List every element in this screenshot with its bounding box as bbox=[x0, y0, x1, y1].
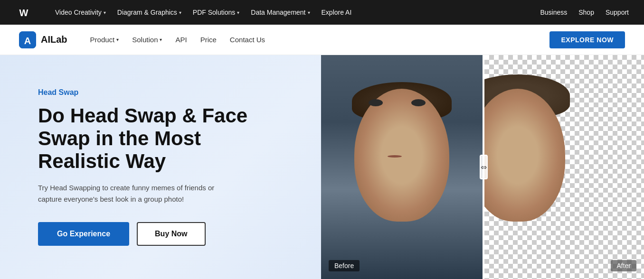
nav-data-management[interactable]: Data Management ▾ bbox=[251, 9, 310, 16]
before-image: Before bbox=[321, 55, 483, 279]
chevron-down-icon: ▾ bbox=[116, 37, 119, 42]
hero-buttons: Go Experience Buy Now bbox=[38, 222, 285, 246]
subnav-api[interactable]: API bbox=[175, 36, 187, 44]
face-right-inner bbox=[484, 89, 632, 255]
top-nav-right: Business Shop Support bbox=[540, 9, 629, 16]
after-image: After bbox=[484, 55, 644, 279]
face-right-overlay bbox=[484, 55, 644, 279]
comparison-divider[interactable]: ⇔ bbox=[483, 55, 484, 279]
hero-description: Try Head Swapping to create funny memes … bbox=[38, 182, 237, 205]
hero-section: Head Swap Do Head Swap & Face Swap in th… bbox=[0, 55, 644, 279]
chevron-down-icon: ▾ bbox=[237, 10, 239, 15]
chevron-down-icon: ▾ bbox=[308, 10, 310, 15]
subnav-product[interactable]: Product ▾ bbox=[90, 36, 119, 44]
nav-pdf-solutions[interactable]: PDF Solutions ▾ bbox=[193, 9, 239, 16]
subnav-price[interactable]: Price bbox=[200, 36, 217, 44]
ailab-brand[interactable]: A AILab bbox=[19, 31, 67, 48]
buy-now-button[interactable]: Buy Now bbox=[137, 222, 205, 246]
top-navigation: W Video Creativity ▾ Diagram & Graphics … bbox=[0, 0, 644, 25]
subnav-contact-us[interactable]: Contact Us bbox=[230, 36, 265, 44]
go-experience-button[interactable]: Go Experience bbox=[38, 222, 129, 246]
hero-image-comparison: Before ⇔ After bbox=[321, 55, 644, 279]
svg-text:W: W bbox=[19, 8, 28, 18]
after-label: After bbox=[611, 260, 636, 271]
sub-navigation: A AILab Product ▾ Solution ▾ API Price C… bbox=[0, 25, 644, 55]
chevron-down-icon: ▾ bbox=[160, 37, 162, 42]
nav-business[interactable]: Business bbox=[540, 9, 567, 16]
divider-handle[interactable]: ⇔ bbox=[480, 155, 488, 179]
nav-diagram-graphics[interactable]: Diagram & Graphics ▾ bbox=[117, 9, 181, 16]
face-shape-left bbox=[354, 89, 449, 222]
explore-now-button[interactable]: EXPLORE NOW bbox=[549, 31, 625, 48]
nav-support[interactable]: Support bbox=[606, 9, 629, 16]
ailab-logo-icon: A bbox=[19, 31, 36, 48]
chevron-down-icon: ▾ bbox=[179, 10, 181, 15]
wondershare-logo-icon: W bbox=[15, 4, 32, 21]
nav-explore-ai[interactable]: Explore AI bbox=[322, 9, 352, 16]
hero-tag: Head Swap bbox=[38, 88, 285, 97]
chevron-down-icon: ▾ bbox=[104, 10, 106, 15]
svg-text:A: A bbox=[24, 36, 31, 46]
nav-video-creativity[interactable]: Video Creativity ▾ bbox=[55, 9, 106, 16]
sub-nav-links: Product ▾ Solution ▾ API Price Contact U… bbox=[90, 36, 535, 44]
logo-area[interactable]: W bbox=[15, 4, 32, 21]
before-label: Before bbox=[329, 260, 360, 271]
top-nav-links: Video Creativity ▾ Diagram & Graphics ▾ … bbox=[55, 9, 525, 16]
hero-title: Do Head Swap & Face Swap in the Most Rea… bbox=[38, 104, 285, 173]
ailab-brand-name: AILab bbox=[41, 34, 67, 45]
nav-shop[interactable]: Shop bbox=[578, 9, 594, 16]
subnav-solution[interactable]: Solution ▾ bbox=[132, 36, 162, 44]
hero-content: Head Swap Do Head Swap & Face Swap in th… bbox=[38, 88, 285, 246]
